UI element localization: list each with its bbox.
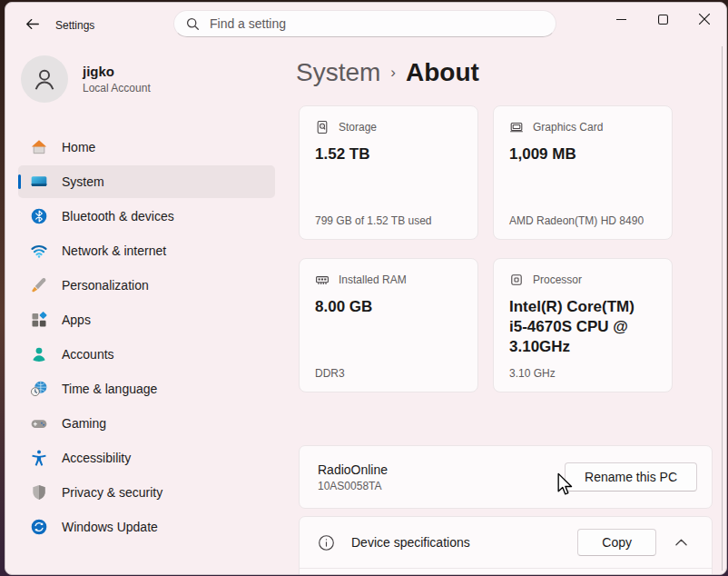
desktop: { "window": { "title": "Settings" }, "se… xyxy=(0,0,728,576)
sidebar-item-label: Gaming xyxy=(62,416,106,431)
sidebar-item-system[interactable]: System xyxy=(18,165,275,198)
card-detail: DDR3 xyxy=(315,367,345,380)
breadcrumb-separator: › xyxy=(390,64,396,81)
card-label: Graphics Card xyxy=(533,121,603,134)
sidebar-item-label: Home xyxy=(62,140,95,154)
breadcrumb-system-link[interactable]: System xyxy=(296,58,380,86)
sidebar-item-label: Personalization xyxy=(62,278,149,293)
info-icon xyxy=(318,534,335,551)
graphics-card-card: Graphics Card 1,009 MB AMD Radeon(TM) HD… xyxy=(493,105,673,240)
card-header: Processor xyxy=(509,273,656,287)
sidebar-item-windows-update[interactable]: Windows Update xyxy=(18,511,275,543)
sidebar-item-label: System xyxy=(62,174,104,189)
card-value: 8.00 GB xyxy=(315,297,462,317)
settings-window: Settings Find a setting xyxy=(5,2,727,575)
copy-button[interactable]: Copy xyxy=(577,529,656,556)
main-content: System›About Storage 1.52 TB 799 GB of 1… xyxy=(296,45,726,574)
sidebar-nav: Home System Bluetooth & devices xyxy=(5,131,296,543)
app-title: Settings xyxy=(55,19,94,32)
card-detail: 3.10 GHz xyxy=(509,367,556,380)
processor-card: Processor Intel(R) Core(TM) i5-4670S CPU… xyxy=(493,258,673,392)
sidebar-item-accessibility[interactable]: Accessibility xyxy=(18,442,275,474)
ram-icon xyxy=(315,273,330,287)
sidebar-item-label: Accounts xyxy=(62,347,114,362)
accessibility-icon xyxy=(30,449,48,467)
card-label: Storage xyxy=(339,121,377,134)
shield-icon xyxy=(30,483,48,502)
user-profile[interactable]: jigko Local Account xyxy=(5,45,296,112)
spec-cards-grid: Storage 1.52 TB 799 GB of 1.52 TB used G… xyxy=(299,105,726,392)
sidebar-item-label: Network & internet xyxy=(62,243,166,258)
sidebar-item-home[interactable]: Home xyxy=(18,131,275,164)
user-name: jigko xyxy=(83,64,151,79)
sidebar-item-privacy-security[interactable]: Privacy & security xyxy=(18,476,275,509)
card-value: 1,009 MB xyxy=(509,144,656,164)
windows-update-icon xyxy=(30,518,48,536)
device-specifications-header[interactable]: Device specifications Copy xyxy=(300,517,712,569)
close-icon xyxy=(699,14,710,25)
minimize-button[interactable] xyxy=(600,3,642,35)
sidebar-item-label: Privacy & security xyxy=(62,485,162,500)
search-input[interactable]: Find a setting xyxy=(173,10,556,37)
device-specifications-label: Device specifications xyxy=(351,535,470,550)
sidebar-item-gaming[interactable]: Gaming xyxy=(18,407,275,440)
system-icon xyxy=(30,173,48,191)
storage-card: Storage 1.52 TB 799 GB of 1.52 TB used xyxy=(299,105,478,240)
card-value: Intel(R) Core(TM) i5-4670S CPU @ 3.10GHz xyxy=(509,297,656,357)
window-controls xyxy=(600,3,725,35)
minimize-icon xyxy=(616,15,626,25)
personalization-icon xyxy=(30,276,48,294)
close-button[interactable] xyxy=(684,3,725,35)
device-id: 10AS0058TA xyxy=(318,480,388,492)
sidebar-item-time-language[interactable]: Time & language xyxy=(18,372,275,405)
sidebar-item-label: Bluetooth & devices xyxy=(62,209,174,223)
maximize-icon xyxy=(658,15,668,25)
home-icon xyxy=(30,138,48,156)
graphics-card-icon xyxy=(509,120,524,134)
device-specifications-card: Device specifications Copy xyxy=(299,516,713,575)
user-info: jigko Local Account xyxy=(83,64,151,94)
card-label: Processor xyxy=(533,273,582,286)
search-icon xyxy=(186,17,200,31)
sidebar-item-apps[interactable]: Apps xyxy=(18,303,275,336)
sidebar-item-label: Windows Update xyxy=(62,520,158,534)
back-arrow-icon xyxy=(25,16,40,32)
time-language-icon xyxy=(30,380,48,398)
network-icon xyxy=(30,242,48,260)
processor-icon xyxy=(509,273,524,287)
storage-icon xyxy=(315,120,330,134)
avatar xyxy=(21,55,68,103)
device-name: RadioOnline xyxy=(318,462,388,477)
apps-icon xyxy=(30,311,48,329)
person-icon xyxy=(31,65,58,93)
collapse-expander[interactable] xyxy=(664,529,697,556)
back-button[interactable] xyxy=(16,11,47,36)
maximize-button[interactable] xyxy=(642,3,684,35)
card-header: Storage xyxy=(315,120,462,134)
card-detail: AMD Radeon(TM) HD 8490 xyxy=(509,214,644,227)
breadcrumb: System›About xyxy=(296,45,726,90)
sidebar-item-network-internet[interactable]: Network & internet xyxy=(18,234,275,267)
bluetooth-icon xyxy=(30,207,48,225)
scrollbar[interactable] xyxy=(722,46,723,571)
sidebar-item-label: Apps xyxy=(62,313,91,327)
card-detail: 799 GB of 1.52 TB used xyxy=(315,214,432,227)
card-header: Installed RAM xyxy=(315,273,462,287)
sidebar-item-bluetooth-devices[interactable]: Bluetooth & devices xyxy=(18,200,275,233)
mouse-cursor xyxy=(555,472,575,500)
device-info: RadioOnline 10AS0058TA xyxy=(318,462,388,492)
installed-ram-card: Installed RAM 8.00 GB DDR3 xyxy=(299,258,478,392)
card-header: Graphics Card xyxy=(509,120,656,134)
titlebar: Settings Find a setting xyxy=(5,3,726,45)
sidebar-item-accounts[interactable]: Accounts xyxy=(18,338,275,371)
sidebar: jigko Local Account Home System xyxy=(5,45,296,574)
accounts-icon xyxy=(30,345,48,363)
rename-pc-button[interactable]: Rename this PC xyxy=(565,462,697,492)
chevron-up-icon xyxy=(675,539,687,546)
device-name-card: RadioOnline 10AS0058TA Rename this PC xyxy=(299,445,713,509)
sidebar-item-label: Accessibility xyxy=(62,451,131,465)
page-title: About xyxy=(406,58,479,86)
sidebar-item-label: Time & language xyxy=(62,382,157,396)
sidebar-item-personalization[interactable]: Personalization xyxy=(18,269,275,302)
selection-pill xyxy=(18,174,21,189)
